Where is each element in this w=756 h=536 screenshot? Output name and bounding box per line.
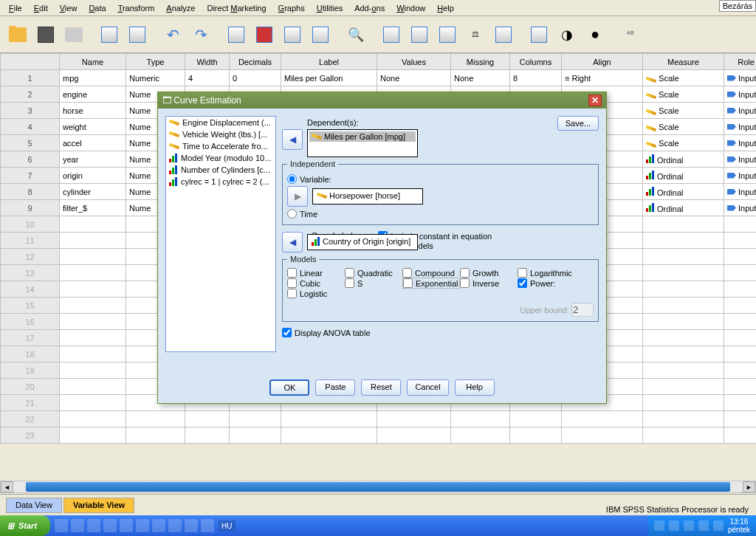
menu-graphs[interactable]: Graphs [272, 4, 311, 13]
menu-utilities[interactable]: Utilities [311, 4, 348, 13]
model-growth-check[interactable] [460, 268, 470, 278]
move-dependent-button[interactable] [282, 129, 303, 150]
column-header[interactable]: Width [185, 54, 230, 70]
model-logarithmic-check[interactable] [518, 268, 527, 278]
table-row[interactable]: 22 [1, 411, 757, 427]
ordinal-icon [646, 203, 655, 212]
variable-list-item[interactable]: Model Year (modulo 10... [166, 152, 275, 164]
variable-list[interactable]: Engine Displacement (...Vehicle Weight (… [165, 116, 276, 352]
table-row[interactable]: 23 [1, 427, 757, 444]
variable-view-tab[interactable]: Variable View [63, 498, 134, 513]
open-button[interactable] [4, 21, 31, 48]
tool-button[interactable] [490, 21, 517, 48]
variable-list-item[interactable]: cylrec = 1 | cylrec = 2 (... [166, 176, 275, 188]
variable-list-item[interactable]: Number of Cylinders [c... [166, 164, 275, 176]
move-caselabel-button[interactable] [282, 232, 303, 252]
dependent-field[interactable]: Miles per Gallon [mpg] [307, 129, 418, 157]
model-inverse-check[interactable] [460, 278, 470, 288]
ok-button[interactable]: OK [269, 379, 309, 396]
menu-view[interactable]: View [54, 4, 83, 13]
menu-help[interactable]: Help [431, 4, 460, 13]
menu-transform[interactable]: Transform [112, 4, 161, 13]
column-header[interactable]: Type [126, 54, 185, 70]
column-header[interactable]: Measure [643, 54, 724, 70]
tool-button[interactable]: ⚖ [462, 21, 489, 48]
display-anova-check[interactable] [282, 328, 292, 337]
language-indicator[interactable]: HU [219, 520, 235, 532]
menu-addons[interactable]: Add-ons [348, 4, 391, 13]
case-labels-field[interactable]: Country of Origin [origin] [307, 234, 418, 250]
tool-button[interactable]: ◑ [554, 21, 580, 48]
column-header[interactable]: Values [377, 54, 451, 70]
move-independent-button[interactable] [287, 186, 308, 207]
variable-list-item[interactable]: Vehicle Weight (lbs.) [... [166, 128, 275, 140]
menubar: File Edit View Data Transform Analyze Di… [0, 0, 756, 16]
column-header[interactable]: Role [724, 54, 757, 70]
redo-button[interactable] [188, 21, 214, 48]
help-button[interactable]: Help [455, 379, 495, 396]
undo-button[interactable] [159, 21, 186, 48]
column-header[interactable]: Columns [510, 54, 562, 70]
table-row[interactable]: 1mpgNumeric40Miles per GallonNoneNone8≡ … [1, 70, 757, 86]
ordinal-icon [312, 237, 320, 246]
independent-field[interactable]: Horsepower [horse] [312, 188, 423, 205]
variable-radio[interactable] [287, 174, 297, 184]
tool-button[interactable] [526, 21, 552, 48]
tool-button[interactable] [251, 21, 278, 48]
time-radio[interactable] [287, 209, 297, 219]
column-header[interactable]: Label [281, 54, 377, 70]
tool-button[interactable] [378, 21, 405, 48]
curve-estimation-dialog: 🗔 Curve Estimation ✕ Engine Displacement… [157, 92, 607, 404]
tool-button[interactable] [223, 21, 250, 48]
column-header[interactable]: Decimals [230, 54, 281, 70]
column-header[interactable]: Name [60, 54, 126, 70]
upper-bound-input [571, 303, 594, 317]
model-compound-check[interactable] [402, 268, 412, 278]
model-exponential-check[interactable] [403, 278, 413, 288]
scale-icon [169, 131, 180, 138]
menu-data[interactable]: Data [83, 4, 111, 13]
grid-button[interactable] [96, 21, 123, 48]
data-view-tab[interactable]: Data View [6, 498, 62, 513]
variable-list-item[interactable]: Time to Accelerate fro... [166, 140, 275, 152]
column-header[interactable]: Align [562, 54, 643, 70]
save-button[interactable] [32, 21, 59, 48]
reset-button[interactable]: Reset [361, 379, 401, 396]
ordinal-icon [646, 171, 655, 179]
print-button[interactable] [61, 21, 87, 48]
dialog-titlebar[interactable]: 🗔 Curve Estimation ✕ [158, 92, 606, 109]
model-cubic-check[interactable] [287, 278, 297, 288]
menu-analyze[interactable]: Analyze [160, 4, 201, 13]
menu-edit[interactable]: Edit [28, 4, 54, 13]
column-header[interactable]: Missing [451, 54, 510, 70]
model-s-check[interactable] [345, 278, 354, 288]
paste-button[interactable]: Paste [315, 379, 355, 396]
tool-button[interactable] [406, 21, 433, 48]
spell-button[interactable]: ᴬᴮ [617, 21, 644, 48]
tool-button[interactable]: ● [582, 21, 608, 48]
tool-button[interactable] [279, 21, 306, 48]
menu-file[interactable]: File [3, 4, 28, 13]
cancel-button[interactable]: Cancel [407, 379, 448, 396]
grid2-button[interactable] [124, 21, 151, 48]
scale-icon [646, 125, 657, 131]
model-logistic-check[interactable] [287, 289, 297, 298]
systray[interactable]: 13:16péntek [648, 515, 756, 536]
dialog-close-button[interactable]: ✕ [588, 95, 602, 106]
start-button[interactable]: ⊞ Start [0, 515, 50, 536]
model-power-check[interactable] [518, 278, 527, 288]
tool-button[interactable] [307, 21, 334, 48]
ordinal-icon [169, 154, 178, 162]
model-quadratic-check[interactable] [345, 268, 354, 278]
models-legend: Models [287, 255, 319, 264]
tool-button[interactable] [434, 21, 461, 48]
window-close-button[interactable]: Bezárás [719, 0, 756, 12]
menu-direct-marketing[interactable]: Direct Marketing [201, 4, 272, 13]
dialog-save-button[interactable]: Save... [557, 116, 599, 131]
quicklaunch[interactable] [55, 519, 214, 532]
find-button[interactable]: 🔍 [343, 21, 369, 48]
variable-list-item[interactable]: Engine Displacement (... [166, 117, 275, 128]
horizontal-scrollbar[interactable]: ◄► [0, 481, 756, 493]
menu-window[interactable]: Window [391, 4, 431, 13]
model-linear-check[interactable] [287, 268, 297, 278]
